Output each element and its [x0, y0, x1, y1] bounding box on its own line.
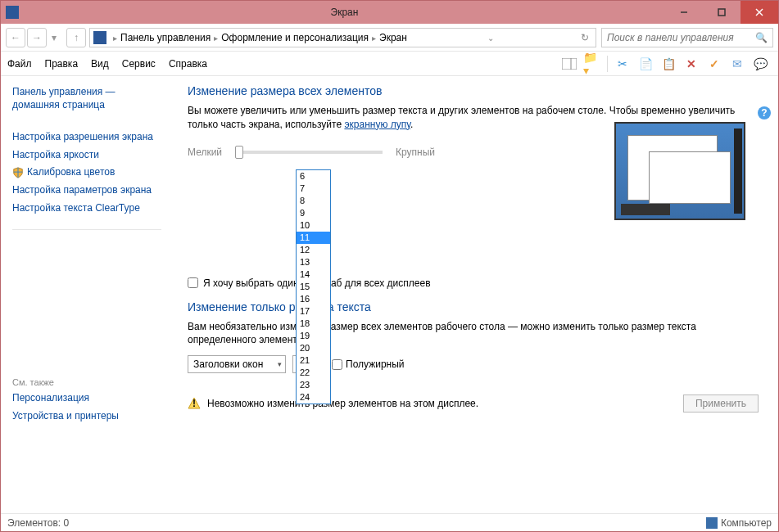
copy-icon[interactable]: 📄 [636, 55, 654, 73]
svg-rect-1 [718, 9, 725, 16]
item-select[interactable]: Заголовки окон ▾ [188, 355, 286, 373]
sidebar-brightness[interactable]: Настройка яркости [12, 149, 161, 162]
size-option[interactable]: 17 [297, 305, 330, 318]
menu-view[interactable]: Вид [91, 58, 109, 70]
refresh-icon[interactable]: ↻ [577, 32, 592, 43]
chevron-right-icon: ▸ [113, 34, 117, 43]
svg-rect-4 [562, 58, 577, 70]
sidebar-calibrate[interactable]: Калибровка цветов [12, 166, 161, 179]
close-button[interactable] [741, 1, 778, 24]
warning-icon: ! [188, 397, 201, 410]
breadcrumb-root-icon [93, 31, 106, 44]
bold-label: Полужирный [346, 358, 405, 370]
chevron-right-icon: ▸ [372, 34, 376, 43]
sidebar-seealso-label: См. также [12, 377, 161, 387]
navbar: ← → ▾ ↑ ▸ Панель управления ▸ Оформление… [1, 24, 778, 52]
menubar: Файл Правка Вид Сервис Справка 📁▾ ✂ 📄 📋 … [1, 52, 778, 76]
link-magnifier[interactable]: экранную лупу [344, 119, 410, 130]
size-option[interactable]: 10 [297, 219, 330, 232]
menu-edit[interactable]: Правка [45, 58, 79, 70]
bold-checkbox-row[interactable]: Полужирный [332, 358, 405, 370]
main-content: ? Изменение размера всех элементов Вы мо… [173, 76, 778, 513]
window-root: Экран ← → ▾ ↑ ▸ Панель управления ▸ Офор… [0, 0, 779, 532]
paste-icon[interactable]: 📋 [659, 55, 677, 73]
size-option[interactable]: 15 [297, 281, 330, 293]
breadcrumb-item[interactable]: Оформление и персонализация [221, 32, 369, 43]
menu-service[interactable]: Сервис [122, 58, 156, 70]
menu-file[interactable]: Файл [7, 58, 32, 70]
size-slider[interactable] [235, 151, 383, 154]
computer-icon [706, 517, 718, 529]
sidebar-params[interactable]: Настройка параметров экрана [12, 184, 161, 197]
bold-checkbox[interactable] [332, 359, 342, 370]
menu-help[interactable]: Справка [169, 58, 207, 70]
sidebar: Панель управления — домашняя страница На… [1, 76, 173, 513]
svg-text:?: ? [761, 107, 767, 119]
sidebar-home[interactable]: Панель управления — домашняя страница [12, 86, 161, 111]
sidebar-resolution[interactable]: Настройка разрешения экрана [12, 131, 161, 144]
apply-button[interactable]: Применить [683, 394, 759, 413]
up-button[interactable]: ↑ [66, 28, 86, 47]
status-computer: Компьютер [721, 517, 772, 529]
breadcrumb[interactable]: ▸ Панель управления ▸ Оформление и персо… [89, 28, 596, 47]
size-option[interactable]: 7 [297, 183, 330, 195]
system-icon [6, 6, 19, 19]
size-option[interactable]: 6 [297, 170, 330, 183]
help-icon[interactable]: ? [757, 106, 772, 124]
delete-icon[interactable]: ✕ [682, 55, 700, 73]
breadcrumb-item[interactable]: Панель управления [120, 32, 211, 43]
single-scale-checkbox[interactable] [188, 277, 198, 288]
size-option[interactable]: 13 [297, 256, 330, 268]
size-option[interactable]: 24 [297, 391, 330, 404]
item-select-value: Заголовки окон [193, 358, 263, 370]
size-option[interactable]: 18 [297, 318, 330, 330]
chevron-right-icon: ▸ [214, 34, 218, 43]
paragraph-text-only: Вам необязательно изменять размер всех э… [188, 320, 759, 348]
size-option[interactable]: 22 [297, 367, 330, 379]
size-option[interactable]: 19 [297, 330, 330, 342]
maximize-button[interactable] [703, 1, 741, 24]
size-option[interactable]: 14 [297, 268, 330, 281]
warning-text: Невозможно изменить размер элементов на … [207, 398, 478, 409]
forward-button[interactable]: → [27, 28, 47, 47]
sidebar-personalization[interactable]: Персонализация [12, 392, 161, 405]
sidebar-devices[interactable]: Устройства и принтеры [12, 410, 161, 423]
cut-icon[interactable]: ✂ [614, 55, 632, 73]
dropdown-history-button[interactable]: ▾ [48, 28, 60, 47]
search-icon[interactable]: 🔍 [755, 32, 768, 43]
check-icon[interactable]: ✓ [705, 55, 723, 73]
size-dropdown-list[interactable]: 6789101112131415161718192021222324 [296, 169, 331, 404]
minimize-button[interactable] [665, 1, 703, 24]
heading-change-all: Изменение размера всех элементов [188, 84, 759, 97]
titlebar: Экран [1, 1, 778, 24]
display-preview [614, 122, 745, 220]
svg-text:!: ! [192, 398, 196, 409]
sidebar-item-label: Калибровка цветов [27, 166, 115, 179]
search-input[interactable] [607, 32, 755, 43]
single-scale-checkbox-row[interactable]: Я хочу выбрать один масштаб для всех дис… [188, 277, 759, 289]
size-option[interactable]: 23 [297, 379, 330, 391]
statusbar: Элементов: 0 Компьютер [1, 513, 778, 531]
searchbox: 🔍 [601, 28, 773, 47]
size-option[interactable]: 9 [297, 207, 330, 219]
size-option[interactable]: 16 [297, 293, 330, 305]
size-option[interactable]: 8 [297, 195, 330, 207]
heading-text-only: Изменение только размера текста [188, 300, 759, 313]
chat-icon[interactable]: 💬 [751, 55, 769, 73]
chevron-down-icon[interactable]: ⌄ [487, 34, 494, 43]
size-option[interactable]: 20 [297, 342, 330, 354]
folder-icon[interactable]: 📁▾ [583, 55, 601, 73]
breadcrumb-item[interactable]: Экран [379, 32, 407, 43]
mail-icon[interactable]: ✉ [728, 55, 746, 73]
slider-thumb[interactable] [235, 146, 243, 159]
size-option[interactable]: 12 [297, 244, 330, 256]
pane-icon[interactable] [560, 55, 578, 73]
window-title: Экран [24, 7, 665, 18]
size-option[interactable]: 11 [297, 232, 330, 244]
status-items: Элементов: 0 [7, 517, 69, 529]
slider-small-label: Мелкий [188, 147, 222, 158]
slider-large-label: Крупный [396, 147, 435, 158]
back-button[interactable]: ← [6, 28, 25, 47]
size-option[interactable]: 21 [297, 354, 330, 367]
sidebar-cleartype[interactable]: Настройка текста ClearType [12, 202, 161, 215]
